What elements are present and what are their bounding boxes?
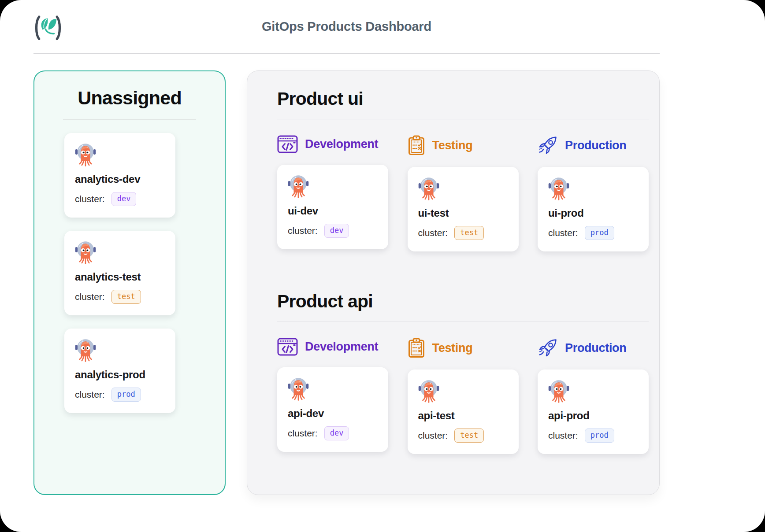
unassigned-divider [63,119,196,120]
application-card-api-prod[interactable]: api-prod cluster: prod [538,369,649,454]
environment-header: Production [538,338,649,358]
cluster-badge: test [454,226,484,240]
cluster-label: cluster: [75,389,105,400]
environment-column-testing: Testing api-test cluster: test [408,338,519,454]
octopus-astronaut-icon [75,143,96,168]
code-window-icon [277,338,298,356]
application-card-analytics-test[interactable]: analytics-test cluster: test [64,231,175,315]
octopus-astronaut-icon [548,379,569,404]
application-card-api-test[interactable]: api-test cluster: test [408,369,519,454]
rocket-icon [538,135,558,155]
cluster-label: cluster: [288,428,318,439]
environment-column-development: Development api-dev cluster: dev [277,338,388,454]
unassigned-title: Unassigned [34,87,225,109]
environment-grid: Development ui-dev cluster: dev [277,135,649,251]
environment-column-production: Production ui-prod cluster: prod [538,135,649,251]
environment-header: Production [538,135,649,155]
cluster-badge: test [454,429,484,443]
cluster-badge: dev [324,426,349,440]
app-name: api-dev [288,407,378,420]
product-section-api: Product api Development api-dev [277,291,649,454]
octopus-astronaut-icon [288,174,309,200]
environment-label: Development [305,340,378,354]
cluster-badge: prod [585,429,614,443]
octopus-astronaut-icon [75,240,96,266]
app-header: GitOps Products Dashboard [33,0,660,54]
leaf-parentheses-logo [33,15,63,41]
environment-grid: Development api-dev cluster: dev [277,338,649,454]
environment-column-development: Development ui-dev cluster: dev [277,135,388,251]
environment-label: Production [565,341,627,355]
environment-header: Testing [408,338,519,358]
cluster-badge: dev [111,192,137,206]
code-window-icon [277,135,298,153]
application-card-ui-dev[interactable]: ui-dev cluster: dev [277,165,388,249]
app-name: ui-test [418,207,508,219]
unassigned-panel: Unassigned analytics-dev cluster: dev an… [33,70,226,495]
app-name: analytics-dev [75,173,165,185]
app-name: api-prod [548,410,638,422]
product-title: Product ui [277,89,649,109]
octopus-astronaut-icon [288,377,309,402]
environment-label: Production [565,139,627,152]
app-name: analytics-test [75,271,165,283]
product-section-ui: Product ui Development ui-dev [277,89,649,251]
cluster-badge: prod [111,388,141,402]
cluster-label: cluster: [548,430,578,441]
main-content: Unassigned analytics-dev cluster: dev an… [33,70,660,495]
clipboard-icon [408,135,425,155]
cluster-badge: test [111,290,141,304]
application-card-analytics-prod[interactable]: analytics-prod cluster: prod [64,329,175,413]
octopus-astronaut-icon [418,177,439,202]
application-card-api-dev[interactable]: api-dev cluster: dev [277,367,388,452]
rocket-icon [538,338,558,358]
application-card-ui-test[interactable]: ui-test cluster: test [408,167,519,251]
cluster-label: cluster: [418,430,448,441]
clipboard-icon [408,338,425,358]
application-card-analytics-dev[interactable]: analytics-dev cluster: dev [64,133,175,218]
environment-label: Development [305,137,378,151]
environment-header: Development [277,338,388,356]
environment-column-testing: Testing ui-test cluster: test [408,135,519,251]
app-name: analytics-prod [75,369,165,381]
cluster-badge: prod [585,226,614,240]
cluster-label: cluster: [288,225,318,236]
environment-header: Development [277,135,388,153]
octopus-astronaut-icon [548,177,569,202]
application-card-ui-prod[interactable]: ui-prod cluster: prod [538,167,649,251]
dashboard-page: GitOps Products Dashboard Unassigned ana… [0,0,765,532]
product-divider [277,119,649,119]
cluster-badge: dev [324,224,349,238]
product-divider [277,321,649,322]
cluster-label: cluster: [548,228,578,238]
cluster-label: cluster: [75,292,105,302]
octopus-astronaut-icon [75,338,96,363]
cluster-label: cluster: [75,194,105,204]
environment-column-production: Production api-prod cluster: prod [538,338,649,454]
cluster-label: cluster: [418,228,448,238]
page-title: GitOps Products Dashboard [33,19,660,34]
app-name: ui-dev [288,205,378,217]
product-title: Product api [277,291,649,312]
unassigned-card-list: analytics-dev cluster: dev analytics-tes… [64,133,175,413]
products-panel: Product ui Development ui-dev [247,70,660,495]
app-name: api-test [418,410,508,422]
environment-header: Testing [408,135,519,155]
environment-label: Testing [432,139,473,152]
octopus-astronaut-icon [418,379,439,404]
app-name: ui-prod [548,207,638,219]
environment-label: Testing [432,341,473,355]
